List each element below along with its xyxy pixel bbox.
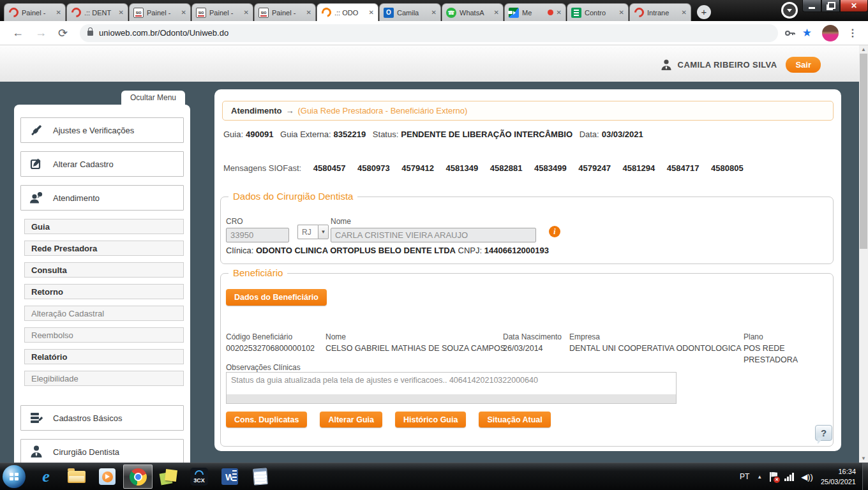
sidebar-item-reembolso[interactable]: Reembolso: [24, 327, 184, 343]
tab-close-icon[interactable]: ✕: [367, 9, 374, 16]
sidebar-item-atendimento[interactable]: Atendimento: [20, 185, 184, 211]
tab-close-icon[interactable]: ✕: [54, 9, 61, 16]
hide-menu-tab[interactable]: Ocultar Menu: [121, 91, 185, 105]
sidebar-item-cirurgiao-dentista[interactable]: Cirurgião Dentista: [20, 439, 184, 463]
sio-favicon: [196, 8, 206, 18]
taskbar-notepad-icon[interactable]: [246, 464, 275, 489]
language-indicator[interactable]: PT: [740, 472, 749, 481]
siofast-number[interactable]: 4581349: [446, 163, 479, 173]
siofast-number[interactable]: 4583499: [534, 163, 567, 173]
tab-close-icon[interactable]: ✕: [304, 9, 311, 16]
sidebar-item-cadastros-basicos[interactable]: Cadastros Básicos: [20, 405, 184, 431]
sidebar-item-relatorio[interactable]: Relatório: [24, 349, 184, 364]
browser-tab-whatsapp[interactable]: ☎ WhatsA ✕: [442, 3, 504, 21]
tab-close-icon[interactable]: ✕: [117, 9, 124, 16]
tab-close-icon[interactable]: ✕: [555, 9, 562, 16]
bookmark-star-icon[interactable]: ★: [802, 26, 812, 40]
siofast-number[interactable]: 4580457: [313, 163, 346, 173]
sidebar-item-alteracao-cadastral[interactable]: Alteração Cadastral: [24, 306, 184, 321]
taskbar-mediaplayer-icon[interactable]: [93, 464, 122, 489]
siofast-number[interactable]: 4580805: [711, 163, 744, 173]
tab-close-icon[interactable]: ✕: [680, 9, 687, 16]
browser-tab-dent[interactable]: .:: DENT ✕: [66, 3, 128, 21]
sidebar-item-elegibilidade[interactable]: Elegibilidade: [24, 371, 184, 386]
tab-close-icon[interactable]: ✕: [179, 9, 186, 16]
taskbar-3cx-icon[interactable]: 3CX: [184, 464, 214, 489]
tray-expand-icon[interactable]: ▲: [757, 474, 762, 480]
dados-beneficiario-button[interactable]: Dados do Beneficiário: [226, 289, 327, 306]
window-restore-button[interactable]: [821, 0, 840, 12]
url-text[interactable]: unioweb.com.br/Odonto/Uniweb.do: [99, 28, 228, 38]
observacoes-textarea[interactable]: Status da guia atualizada pela tela de a…: [226, 372, 677, 404]
browser-tab-painel-1[interactable]: Painel - ✕: [4, 3, 66, 21]
uf-select[interactable]: RJ ▼: [297, 225, 329, 239]
sidebar-item-retorno[interactable]: Retorno: [24, 284, 184, 299]
browser-toolbar: ← → ⟳ unioweb.com.br/Odonto/Uniweb.do ★ …: [0, 21, 868, 45]
clock-time: 16:34: [821, 466, 856, 477]
browser-tab-outlook[interactable]: O Camila ✕: [379, 3, 441, 21]
action-center-flag-icon[interactable]: ✕: [770, 472, 778, 482]
clock[interactable]: 16:34 25/03/2021: [821, 466, 856, 487]
scroll-down-icon[interactable]: ▼: [859, 454, 868, 463]
siofast-number[interactable]: 4579247: [578, 163, 611, 173]
browser-tab-painel-4[interactable]: Painel - ✕: [254, 3, 316, 21]
cons-duplicatas-button[interactable]: Cons. Duplicatas: [226, 412, 307, 427]
browser-tab-painel-3[interactable]: Painel - ✕: [191, 3, 253, 21]
browser-tab-meet[interactable]: Me ✕: [504, 3, 566, 21]
scrollbar-thumb[interactable]: [860, 54, 867, 249]
scroll-up-icon[interactable]: ▲: [859, 45, 868, 54]
reload-icon[interactable]: ⟳: [58, 26, 68, 40]
browser-tab-intranet[interactable]: Intrane ✕: [629, 3, 691, 21]
taskbar-chrome-icon-active[interactable]: [123, 464, 153, 489]
browser-tab-painel-2[interactable]: Painel - ✕: [129, 3, 191, 21]
show-desktop-button[interactable]: [862, 463, 868, 490]
historico-guia-button[interactable]: Histórico Guia: [395, 412, 466, 427]
password-key-icon[interactable]: [784, 28, 797, 38]
browser-tab-odo-active[interactable]: .:: ODO ✕: [317, 3, 378, 21]
siofast-number[interactable]: 4579412: [401, 163, 434, 173]
address-bar[interactable]: unioweb.com.br/Odonto/Uniweb.do: [80, 24, 778, 42]
dentist-name-input[interactable]: CARLA CRISTINE VIEIRA ARAUJO: [331, 228, 536, 242]
tab-close-icon[interactable]: ✕: [242, 9, 249, 16]
network-signal-icon[interactable]: [784, 473, 795, 481]
taskbar-explorer-icon[interactable]: [62, 464, 91, 489]
media-control-icon[interactable]: [781, 2, 798, 19]
sidebar-item-ajustes[interactable]: Ajustes e Verificações: [20, 117, 184, 143]
new-tab-button[interactable]: +: [697, 5, 711, 19]
siofast-number[interactable]: 4584717: [667, 163, 700, 173]
taskbar-ie-icon[interactable]: e: [31, 464, 61, 489]
window-close-button[interactable]: ✕: [840, 0, 868, 12]
situacao-atual-button[interactable]: Situação Atual: [479, 412, 550, 427]
window-minimize-button[interactable]: [802, 0, 821, 12]
help-button[interactable]: ?: [815, 425, 832, 441]
logout-button[interactable]: Sair: [786, 57, 821, 73]
page-scrollbar[interactable]: ▲ ▼: [859, 45, 868, 463]
sidebar-item-guia[interactable]: Guia: [24, 219, 184, 234]
info-icon[interactable]: i: [549, 226, 560, 237]
status-value: PENDENTE DE LIBERAÇÃO INTERCÂMBIO: [401, 130, 572, 139]
sidebar-item-alterar-cadastro[interactable]: Alterar Cadastro: [20, 151, 184, 177]
taskbar-sticky-notes-icon[interactable]: [154, 464, 183, 489]
browser-tab-sheets[interactable]: Contro ✕: [567, 3, 629, 21]
alterar-guia-button[interactable]: Alterar Guia: [320, 412, 382, 427]
profile-avatar[interactable]: [822, 25, 839, 41]
cro-input[interactable]: 33950: [226, 228, 289, 242]
back-icon[interactable]: ←: [12, 26, 24, 40]
taskbar-word-icon[interactable]: W: [215, 464, 244, 489]
menu-dots-icon[interactable]: ⋮: [848, 27, 858, 39]
tab-close-icon[interactable]: ✕: [492, 9, 499, 16]
tab-close-icon[interactable]: ✕: [617, 9, 624, 16]
lock-icon[interactable]: [87, 31, 93, 36]
tab-close-icon[interactable]: ✕: [430, 9, 437, 16]
start-button[interactable]: [3, 465, 26, 488]
sidebar-item-consulta[interactable]: Consulta: [24, 262, 184, 278]
volume-icon[interactable]: ◀)): [801, 472, 813, 482]
siofast-number[interactable]: 4581294: [623, 163, 655, 173]
observacoes-scrollbar[interactable]: [227, 394, 676, 403]
sidebar-item-rede-prestadora[interactable]: Rede Prestadora: [24, 241, 184, 256]
main-content-card: Atendimento → (Guia Rede Prestadora - Be…: [214, 89, 841, 451]
chevron-down-icon[interactable]: ▼: [318, 225, 329, 239]
forward-icon[interactable]: →: [35, 26, 47, 40]
siofast-number[interactable]: 4580973: [357, 163, 390, 173]
siofast-number[interactable]: 4582881: [490, 163, 523, 173]
